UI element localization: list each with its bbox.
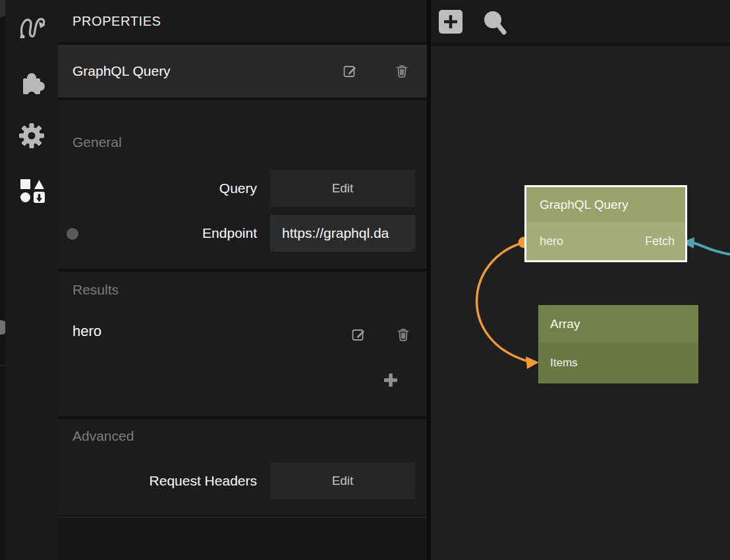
port-hero[interactable]: hero — [540, 235, 563, 248]
delete-result-button[interactable] — [395, 327, 411, 343]
node-graphql-ports: hero Fetch — [526, 222, 685, 260]
properties-panel: PROPERTIES GraphQL Query — [58, 0, 427, 560]
edit-result-button[interactable] — [351, 327, 366, 343]
selected-node-row: GraphQL Query — [58, 45, 427, 98]
panel-footer — [58, 517, 427, 560]
puzzle-icon — [17, 67, 46, 96]
delete-node-button[interactable] — [394, 63, 410, 79]
node-graphql-header[interactable]: GraphQL Query — [526, 187, 685, 222]
trash-icon — [394, 63, 410, 79]
edge-divider — [0, 365, 5, 366]
sidebar-icon-rail — [5, 0, 58, 560]
node-graphql-query[interactable]: GraphQL Query hero Fetch — [524, 185, 687, 262]
trash-icon — [395, 327, 411, 343]
query-label: Query — [58, 170, 257, 207]
port-fetch[interactable]: Fetch — [645, 235, 675, 248]
section-results: Results hero — [58, 271, 427, 416]
sidebar-item-components[interactable] — [17, 67, 46, 96]
import-shapes-icon — [17, 177, 46, 206]
section-general-label: General — [72, 134, 122, 150]
sidebar-item-import[interactable] — [17, 177, 46, 206]
nodes-icon — [17, 9, 46, 38]
query-edit-button[interactable]: Edit — [270, 170, 415, 207]
endpoint-label: Endpoint — [58, 215, 257, 252]
section-advanced-label: Advanced — [72, 428, 134, 444]
endpoint-input[interactable]: https://graphql.da — [270, 215, 415, 252]
window-edge-strip — [0, 0, 5, 560]
edit-icon — [351, 327, 366, 343]
port-items[interactable]: Items — [550, 356, 578, 370]
node-array[interactable]: Array Items — [538, 305, 698, 383]
properties-header: PROPERTIES — [58, 0, 427, 42]
request-headers-label: Request Headers — [58, 462, 257, 499]
node-array-header[interactable]: Array — [538, 305, 698, 343]
panel-title: PROPERTIES — [72, 0, 161, 42]
search-button[interactable] — [481, 8, 507, 40]
add-result-button[interactable] — [382, 372, 399, 389]
sidebar-item-settings[interactable] — [17, 121, 46, 150]
request-headers-edit-button[interactable]: Edit — [270, 462, 415, 499]
edit-icon — [342, 63, 358, 79]
rename-node-button[interactable] — [342, 63, 358, 79]
gear-icon — [17, 121, 46, 150]
app-window: PROPERTIES GraphQL Query — [0, 0, 730, 560]
plus-icon — [382, 372, 399, 389]
add-node-button[interactable] — [439, 10, 463, 36]
sidebar-item-nodes[interactable] — [17, 9, 46, 38]
section-results-label: Results — [72, 282, 119, 298]
section-general: General Query Edit Endpoint https://grap… — [58, 100, 427, 269]
node-array-ports: Items — [538, 343, 698, 383]
section-advanced: Advanced Request Headers Edit — [58, 419, 427, 515]
canvas-toolbar — [431, 0, 730, 46]
arrowhead-icon — [526, 356, 539, 369]
connections-layer — [431, 0, 730, 560]
node-canvas[interactable]: GraphQL Query hero Fetch Array Items — [431, 0, 730, 560]
selected-node-title: GraphQL Query — [72, 45, 171, 98]
connection-to-fetch[interactable] — [681, 237, 730, 254]
result-item-label: hero — [72, 323, 101, 340]
add-node-icon — [439, 10, 463, 34]
search-icon — [481, 8, 507, 37]
